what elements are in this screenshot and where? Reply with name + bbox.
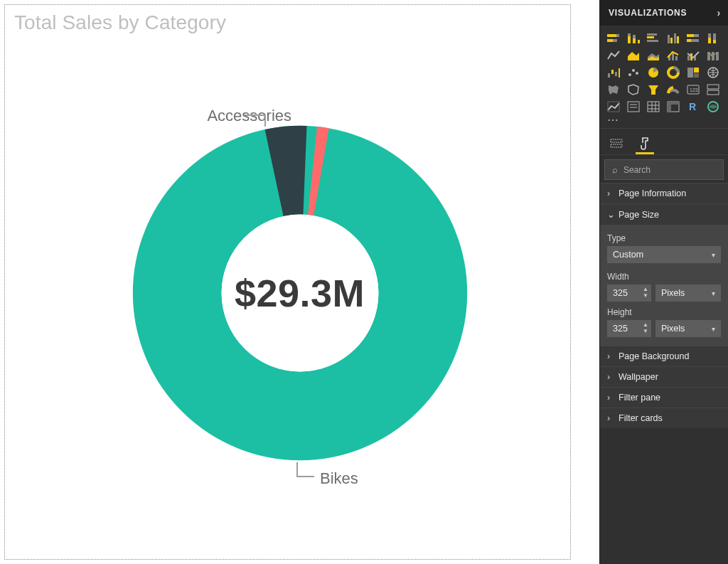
svg-rect-21: [687, 34, 694, 37]
section-label: Page Information: [619, 188, 686, 198]
section-wallpaper[interactable]: › Wallpaper: [600, 366, 728, 387]
height-input[interactable]: 325 ▲▼: [607, 320, 651, 337]
chevron-right-icon: ›: [607, 372, 614, 382]
format-search[interactable]: ⌕: [604, 159, 724, 180]
more-visuals-icon[interactable]: ⋯: [600, 117, 728, 128]
matrix-icon[interactable]: [665, 100, 681, 114]
section-filter-cards[interactable]: › Filter cards: [600, 408, 728, 428]
chart-center-value: $29.3M: [235, 271, 365, 315]
panel-header[interactable]: VISUALIZATIONS ›: [600, 0, 728, 26]
height-label: Height: [607, 307, 721, 317]
data-label-bikes: Bikes: [320, 469, 358, 488]
scatter-icon[interactable]: [626, 65, 641, 80]
svg-marker-28: [628, 52, 639, 60]
svg-marker-53: [648, 85, 658, 95]
filled-map-icon[interactable]: [606, 83, 621, 97]
multi-row-card-icon[interactable]: [705, 83, 721, 97]
svg-rect-11: [633, 35, 636, 38]
section-page-information[interactable]: › Page Information: [600, 183, 728, 203]
section-page-background[interactable]: › Page Background: [600, 346, 728, 366]
format-tab-icon[interactable]: [637, 134, 653, 153]
svg-rect-6: [607, 39, 613, 42]
line-clustered-column-icon[interactable]: [685, 48, 701, 63]
donut-chart[interactable]: $29.3M: [129, 122, 471, 464]
clustered-bar-icon[interactable]: [646, 31, 661, 46]
pie-icon[interactable]: [646, 65, 661, 80]
treemap-icon[interactable]: [685, 65, 701, 80]
svg-rect-73: [611, 144, 622, 147]
section-label: Page Background: [619, 351, 689, 361]
clustered-column-icon[interactable]: [665, 31, 681, 46]
waterfall-icon[interactable]: [606, 65, 621, 80]
kpi-icon[interactable]: [606, 100, 621, 114]
svg-point-46: [636, 72, 638, 75]
spinner-down-icon[interactable]: ▼: [643, 328, 648, 334]
stacked-area-icon[interactable]: [646, 48, 661, 63]
section-filter-pane[interactable]: › Filter pane: [600, 387, 728, 408]
width-input[interactable]: 325 ▲▼: [607, 284, 651, 302]
width-unit-select[interactable]: Pixels ▾: [655, 284, 721, 302]
svg-rect-39: [716, 52, 719, 60]
ribbon-chart-icon[interactable]: [705, 48, 721, 63]
shape-map-icon[interactable]: [626, 83, 641, 97]
svg-rect-14: [647, 36, 654, 38]
search-input[interactable]: [623, 165, 728, 175]
card-icon[interactable]: 123: [685, 83, 701, 97]
svg-rect-9: [628, 33, 631, 36]
svg-rect-17: [670, 38, 673, 43]
spinner-down-icon[interactable]: ▼: [643, 292, 648, 299]
section-label: Filter pane: [619, 393, 660, 403]
collapse-panel-icon[interactable]: ›: [717, 7, 721, 18]
spinner-up-icon[interactable]: ▲: [643, 286, 648, 292]
donut-icon[interactable]: [665, 65, 681, 80]
svg-rect-5: [616, 34, 619, 37]
type-label: Type: [607, 233, 721, 243]
svg-rect-12: [638, 40, 640, 43]
map-icon[interactable]: [705, 65, 721, 80]
svg-rect-40: [608, 73, 610, 78]
gauge-icon[interactable]: [665, 83, 681, 97]
svg-rect-49: [687, 68, 693, 78]
svg-rect-19: [677, 36, 679, 43]
svg-rect-15: [647, 40, 658, 42]
svg-rect-56: [707, 85, 719, 89]
fields-tab-icon[interactable]: [609, 134, 624, 153]
svg-rect-72: [611, 139, 622, 142]
chevron-right-icon: ›: [607, 351, 614, 361]
slicer-icon[interactable]: [626, 100, 641, 114]
100-stacked-bar-icon[interactable]: [685, 31, 701, 46]
type-select[interactable]: Custom ▾: [607, 246, 721, 263]
svg-rect-37: [707, 52, 710, 60]
100-stacked-column-icon[interactable]: [705, 31, 721, 46]
line-column-icon[interactable]: [665, 48, 681, 63]
dropdown-caret-icon: ▾: [712, 289, 715, 297]
svg-rect-10: [633, 38, 636, 43]
svg-rect-59: [628, 102, 639, 112]
stacked-bar-icon[interactable]: [606, 31, 621, 46]
table-icon[interactable]: [646, 100, 661, 114]
svg-rect-33: [675, 56, 678, 60]
svg-rect-51: [694, 73, 699, 78]
dropdown-caret-icon: ▾: [712, 325, 715, 333]
width-value: 325: [613, 288, 628, 298]
svg-text:123: 123: [690, 87, 698, 92]
report-canvas[interactable]: Total Sales by Category Accessories Bike…: [0, 0, 599, 564]
line-chart-icon[interactable]: [606, 48, 621, 63]
area-chart-icon[interactable]: [626, 48, 641, 63]
height-value: 325: [613, 324, 628, 334]
height-unit-select[interactable]: Pixels ▾: [655, 320, 721, 337]
svg-rect-41: [611, 70, 614, 74]
type-value: Custom: [613, 250, 643, 260]
r-visual-icon[interactable]: R: [685, 100, 701, 114]
dropdown-caret-icon: ▾: [712, 251, 715, 259]
svg-rect-69: [668, 102, 679, 105]
section-page-size[interactable]: ⌄ Page Size: [600, 203, 728, 225]
svg-rect-34: [687, 55, 690, 60]
spinner-up-icon[interactable]: ▲: [643, 321, 648, 328]
visualizations-panel: VISUALIZATIONS ›: [599, 0, 728, 564]
funnel-icon[interactable]: [646, 83, 661, 97]
arcgis-icon[interactable]: [705, 100, 721, 114]
chevron-right-icon: ›: [607, 188, 614, 198]
stacked-column-icon[interactable]: [626, 31, 641, 46]
svg-rect-57: [707, 90, 719, 95]
